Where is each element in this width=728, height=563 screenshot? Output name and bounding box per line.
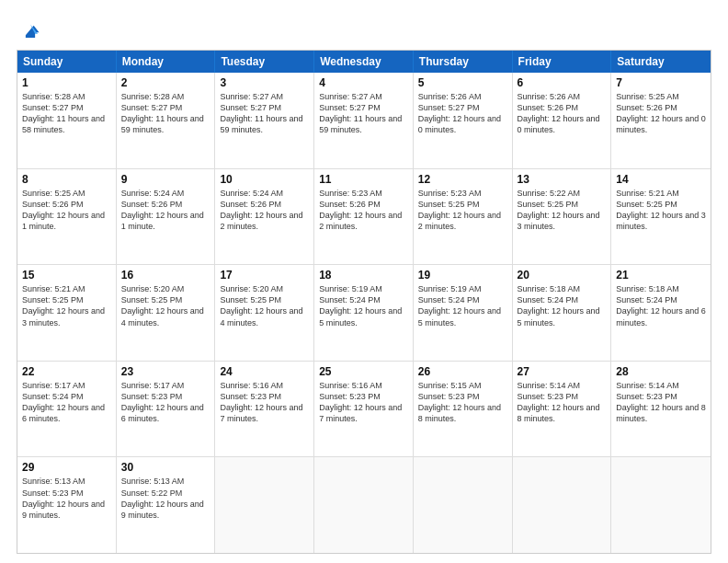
day-info: Sunrise: 5:13 AM Sunset: 5:22 PM Dayligh… (121, 476, 210, 521)
day-info: Sunrise: 5:17 AM Sunset: 5:23 PM Dayligh… (121, 380, 210, 425)
cal-day-12: 12 Sunrise: 5:23 AM Sunset: 5:25 PM Dayl… (414, 169, 513, 265)
cal-day-23: 23 Sunrise: 5:17 AM Sunset: 5:23 PM Dayl… (117, 362, 216, 457)
day-info: Sunrise: 5:26 AM Sunset: 5:26 PM Dayligh… (518, 91, 607, 136)
day-info: Sunrise: 5:19 AM Sunset: 5:24 PM Dayligh… (418, 283, 507, 328)
header-monday: Monday (117, 51, 216, 73)
cal-day-21: 21 Sunrise: 5:18 AM Sunset: 5:24 PM Dayl… (611, 265, 711, 361)
day-info: Sunrise: 5:28 AM Sunset: 5:27 PM Dayligh… (121, 91, 210, 136)
day-info: Sunrise: 5:21 AM Sunset: 5:25 PM Dayligh… (616, 188, 706, 233)
day-info: Sunrise: 5:27 AM Sunset: 5:27 PM Dayligh… (220, 91, 309, 136)
cal-day-30: 30 Sunrise: 5:13 AM Sunset: 5:22 PM Dayl… (117, 457, 216, 553)
cal-empty-cell (513, 457, 612, 553)
day-info: Sunrise: 5:20 AM Sunset: 5:25 PM Dayligh… (121, 283, 210, 328)
cal-day-20: 20 Sunrise: 5:18 AM Sunset: 5:24 PM Dayl… (513, 265, 612, 361)
day-info: Sunrise: 5:28 AM Sunset: 5:27 PM Dayligh… (22, 91, 111, 136)
day-number: 24 (220, 365, 309, 378)
day-info: Sunrise: 5:27 AM Sunset: 5:27 PM Dayligh… (319, 91, 408, 136)
cal-day-8: 8 Sunrise: 5:25 AM Sunset: 5:26 PM Dayli… (17, 169, 117, 265)
cal-day-27: 27 Sunrise: 5:14 AM Sunset: 5:23 PM Dayl… (513, 362, 612, 457)
day-number: 2 (121, 76, 210, 89)
day-info: Sunrise: 5:14 AM Sunset: 5:23 PM Dayligh… (518, 380, 607, 425)
day-number: 18 (319, 269, 408, 282)
day-number: 13 (518, 173, 607, 186)
day-info: Sunrise: 5:16 AM Sunset: 5:23 PM Dayligh… (319, 380, 408, 425)
day-number: 8 (22, 173, 111, 186)
cal-day-15: 15 Sunrise: 5:21 AM Sunset: 5:25 PM Dayl… (17, 265, 117, 361)
day-info: Sunrise: 5:18 AM Sunset: 5:24 PM Dayligh… (616, 283, 706, 328)
cal-day-25: 25 Sunrise: 5:16 AM Sunset: 5:23 PM Dayl… (314, 362, 414, 457)
calendar-week-1: 1 Sunrise: 5:28 AM Sunset: 5:27 PM Dayli… (17, 73, 711, 168)
day-number: 26 (418, 365, 507, 378)
day-number: 30 (121, 461, 210, 474)
cal-day-22: 22 Sunrise: 5:17 AM Sunset: 5:24 PM Dayl… (17, 362, 117, 457)
day-info: Sunrise: 5:23 AM Sunset: 5:25 PM Dayligh… (418, 188, 507, 233)
day-info: Sunrise: 5:24 AM Sunset: 5:26 PM Dayligh… (220, 188, 309, 233)
header-friday: Friday (513, 51, 612, 73)
calendar-week-2: 8 Sunrise: 5:25 AM Sunset: 5:26 PM Dayli… (17, 168, 711, 265)
day-number: 28 (616, 365, 706, 378)
day-info: Sunrise: 5:13 AM Sunset: 5:23 PM Dayligh… (22, 476, 111, 521)
day-info: Sunrise: 5:25 AM Sunset: 5:26 PM Dayligh… (22, 188, 111, 233)
cal-day-28: 28 Sunrise: 5:14 AM Sunset: 5:23 PM Dayl… (611, 362, 711, 457)
day-number: 14 (616, 173, 706, 186)
cal-empty-cell (314, 457, 414, 553)
day-number: 29 (22, 461, 111, 474)
day-info: Sunrise: 5:15 AM Sunset: 5:23 PM Dayligh… (418, 380, 507, 425)
day-info: Sunrise: 5:26 AM Sunset: 5:27 PM Dayligh… (418, 91, 507, 136)
cal-day-26: 26 Sunrise: 5:15 AM Sunset: 5:23 PM Dayl… (414, 362, 513, 457)
header-wednesday: Wednesday (314, 51, 414, 73)
day-number: 1 (22, 76, 111, 89)
cal-day-2: 2 Sunrise: 5:28 AM Sunset: 5:27 PM Dayli… (117, 73, 216, 168)
day-number: 12 (418, 173, 507, 186)
cal-day-17: 17 Sunrise: 5:20 AM Sunset: 5:25 PM Dayl… (215, 265, 314, 361)
day-number: 4 (319, 76, 408, 89)
day-number: 7 (616, 76, 706, 89)
cal-empty-cell (215, 457, 314, 553)
cal-day-16: 16 Sunrise: 5:20 AM Sunset: 5:25 PM Dayl… (117, 265, 216, 361)
day-info: Sunrise: 5:25 AM Sunset: 5:26 PM Dayligh… (616, 91, 706, 136)
day-number: 19 (418, 269, 507, 282)
day-number: 6 (518, 76, 607, 89)
logo-icon (20, 20, 40, 40)
cal-day-4: 4 Sunrise: 5:27 AM Sunset: 5:27 PM Dayli… (314, 73, 414, 168)
day-number: 9 (121, 173, 210, 186)
day-info: Sunrise: 5:20 AM Sunset: 5:25 PM Dayligh… (220, 283, 309, 328)
day-info: Sunrise: 5:21 AM Sunset: 5:25 PM Dayligh… (22, 283, 111, 328)
day-number: 20 (518, 269, 607, 282)
cal-day-18: 18 Sunrise: 5:19 AM Sunset: 5:24 PM Dayl… (314, 265, 414, 361)
cal-day-11: 11 Sunrise: 5:23 AM Sunset: 5:26 PM Dayl… (314, 169, 414, 265)
calendar: Sunday Monday Tuesday Wednesday Thursday… (17, 50, 711, 554)
day-number: 21 (616, 269, 706, 282)
day-number: 3 (220, 76, 309, 89)
cal-day-5: 5 Sunrise: 5:26 AM Sunset: 5:27 PM Dayli… (414, 73, 513, 168)
day-number: 17 (220, 269, 309, 282)
day-number: 10 (220, 173, 309, 186)
cal-empty-cell (414, 457, 513, 553)
day-number: 11 (319, 173, 408, 186)
calendar-body: 1 Sunrise: 5:28 AM Sunset: 5:27 PM Dayli… (17, 73, 711, 553)
header-sunday: Sunday (17, 51, 117, 73)
cal-day-24: 24 Sunrise: 5:16 AM Sunset: 5:23 PM Dayl… (215, 362, 314, 457)
calendar-week-5: 29 Sunrise: 5:13 AM Sunset: 5:23 PM Dayl… (17, 456, 711, 553)
day-info: Sunrise: 5:14 AM Sunset: 5:23 PM Dayligh… (616, 380, 706, 425)
day-info: Sunrise: 5:16 AM Sunset: 5:23 PM Dayligh… (220, 380, 309, 425)
page: Sunday Monday Tuesday Wednesday Thursday… (0, 0, 728, 563)
cal-day-13: 13 Sunrise: 5:22 AM Sunset: 5:25 PM Dayl… (513, 169, 612, 265)
day-info: Sunrise: 5:23 AM Sunset: 5:26 PM Dayligh… (319, 188, 408, 233)
day-info: Sunrise: 5:22 AM Sunset: 5:25 PM Dayligh… (518, 188, 607, 233)
day-number: 27 (518, 365, 607, 378)
day-info: Sunrise: 5:18 AM Sunset: 5:24 PM Dayligh… (518, 283, 607, 328)
header-tuesday: Tuesday (215, 51, 314, 73)
header (17, 17, 711, 40)
day-info: Sunrise: 5:24 AM Sunset: 5:26 PM Dayligh… (121, 188, 210, 233)
day-number: 15 (22, 269, 111, 282)
day-number: 5 (418, 76, 507, 89)
logo (17, 20, 40, 40)
cal-day-14: 14 Sunrise: 5:21 AM Sunset: 5:25 PM Dayl… (611, 169, 711, 265)
cal-day-10: 10 Sunrise: 5:24 AM Sunset: 5:26 PM Dayl… (215, 169, 314, 265)
cal-day-3: 3 Sunrise: 5:27 AM Sunset: 5:27 PM Dayli… (215, 73, 314, 168)
calendar-week-3: 15 Sunrise: 5:21 AM Sunset: 5:25 PM Dayl… (17, 264, 711, 361)
day-number: 22 (22, 365, 111, 378)
day-info: Sunrise: 5:17 AM Sunset: 5:24 PM Dayligh… (22, 380, 111, 425)
cal-day-1: 1 Sunrise: 5:28 AM Sunset: 5:27 PM Dayli… (17, 73, 117, 168)
